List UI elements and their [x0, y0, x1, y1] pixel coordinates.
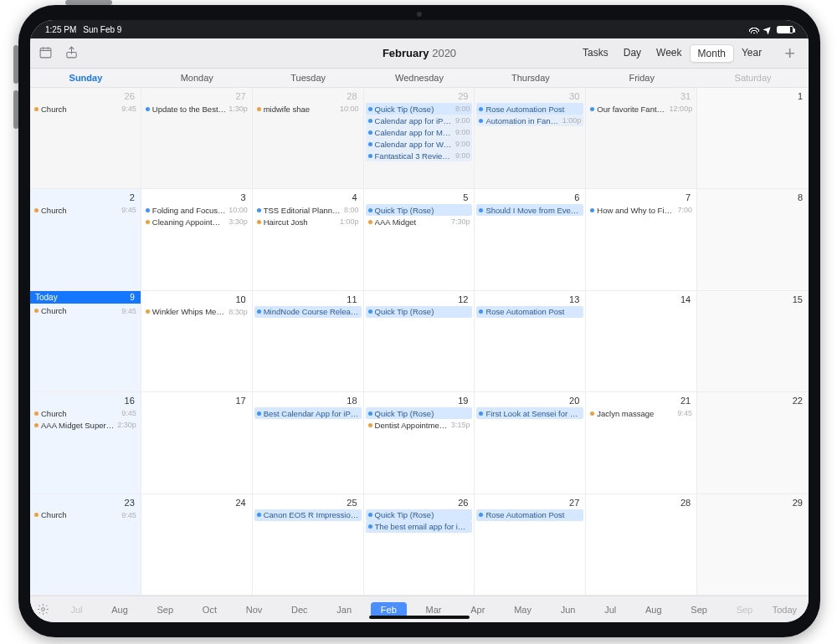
day-cell[interactable]: 28midwife shae10:00 — [253, 88, 364, 189]
event-item[interactable]: Rose Automation Post — [476, 509, 583, 521]
event-item[interactable]: Quick Tip (Rose) — [366, 306, 473, 318]
event-item[interactable]: Cleaning Appointment (Jos3:30p — [143, 216, 250, 227]
event-item[interactable]: First Look at Sensei for Mac (Mari — [476, 407, 583, 419]
home-indicator[interactable] — [369, 616, 470, 619]
event-item[interactable]: Quick Tip (Rose) — [366, 509, 473, 521]
scrub-month-aug[interactable]: Aug — [635, 602, 672, 617]
event-item[interactable]: Church9:45 — [32, 509, 139, 521]
today-button[interactable]: Today — [768, 605, 802, 615]
event-item[interactable]: Quick Tip (Rose) — [366, 204, 473, 216]
day-cell[interactable]: 26Quick Tip (Rose)The best email app for… — [364, 494, 475, 595]
day-cell[interactable]: 20First Look at Sensei for Mac (Mari — [475, 392, 586, 493]
event-item[interactable]: Rose Automation Post — [476, 306, 583, 318]
event-item[interactable]: Church9:45 — [32, 204, 139, 216]
event-item[interactable]: Church9:45 — [32, 407, 139, 419]
add-event-button[interactable]: + — [779, 43, 800, 64]
day-cell[interactable]: 31Our favorite Fantastical 312:00p — [586, 88, 697, 189]
scrub-month-sep[interactable]: Sep — [680, 602, 717, 617]
day-cell[interactable]: 28 — [586, 494, 697, 595]
day-cell[interactable]: 29Quick Tip (Rose)8:00Calendar app for i… — [364, 88, 475, 189]
day-cell[interactable]: Today9Church9:45 — [30, 291, 141, 392]
day-cell[interactable]: 18Best Calendar App for iPad (Josh) — [253, 392, 364, 493]
day-cell[interactable]: 27Rose Automation Post — [475, 494, 586, 595]
day-cell[interactable]: 13Rose Automation Post — [475, 291, 586, 392]
event-item[interactable]: Church9:45 — [32, 103, 139, 115]
day-cell[interactable]: 11MindNode Course Release — [253, 291, 364, 392]
event-item[interactable]: How and Why to Find the Ti7:00 — [588, 204, 695, 216]
view-week[interactable]: Week — [649, 44, 689, 63]
day-cell[interactable]: 23Church9:45 — [30, 494, 141, 595]
event-item[interactable]: midwife shae10:00 — [254, 103, 362, 115]
day-cell[interactable]: 29 — [697, 494, 809, 595]
scrub-month-jul[interactable]: Jul — [594, 602, 626, 617]
day-cell[interactable]: 3Folding and Focus Mode (10:00Cleaning A… — [141, 189, 253, 290]
scrub-month-mar[interactable]: Mar — [416, 602, 452, 617]
event-title: Quick Tip (Rose) — [375, 510, 470, 519]
day-cell[interactable]: 14 — [586, 291, 697, 392]
view-day[interactable]: Day — [616, 44, 649, 63]
day-cell[interactable]: 26Church9:45 — [30, 88, 141, 189]
event-item[interactable]: Should I Move from Evernote to N — [476, 204, 583, 216]
day-cell[interactable]: 24 — [141, 494, 253, 595]
scrub-month-jun[interactable]: Jun — [551, 602, 586, 617]
scrub-month-nov[interactable]: Nov — [236, 602, 273, 617]
event-item[interactable]: The best email app for iPhone (Mi — [366, 521, 473, 533]
scrub-month-apr[interactable]: Apr — [460, 602, 495, 617]
day-cell[interactable]: 10Winkler Whips Meeting8:30p — [141, 291, 253, 392]
settings-icon[interactable] — [37, 603, 49, 616]
day-cell[interactable]: 16Church9:45AAA Midget Supervision?2:30p — [30, 392, 141, 493]
day-cell[interactable]: 17 — [141, 392, 253, 493]
share-icon[interactable] — [64, 45, 79, 62]
event-item[interactable]: AAA Midget7:30p — [366, 216, 473, 227]
event-item[interactable]: TSS Editorial Planning Call8:00 — [254, 204, 362, 216]
scrub-month-feb[interactable]: Feb — [371, 602, 407, 617]
event-item[interactable]: AAA Midget Supervision?2:30p — [32, 419, 139, 431]
event-item[interactable]: Best Calendar App for iPad (Josh) — [254, 407, 362, 419]
day-cell[interactable]: 6Should I Move from Evernote to N — [475, 189, 586, 290]
event-item[interactable]: Canon EOS R Impressions (Josh) — [254, 509, 362, 521]
event-item[interactable]: Rose Automation Post — [476, 103, 583, 115]
day-cell[interactable]: 25Canon EOS R Impressions (Josh) — [253, 494, 364, 595]
event-item[interactable]: Folding and Focus Mode (10:00 — [143, 204, 250, 216]
event-item[interactable]: Calendar app for Mac updat9:00 — [366, 126, 473, 138]
event-item[interactable]: Calendar app for Watch Upd9:00 — [366, 138, 473, 150]
scrub-month-oct[interactable]: Oct — [193, 602, 227, 617]
day-cell[interactable]: 27Update to the Best Mind M1:30p — [141, 88, 253, 189]
scrub-month-dec[interactable]: Dec — [281, 602, 318, 617]
day-cell[interactable]: 15 — [697, 291, 809, 392]
day-cell[interactable]: 22 — [697, 392, 809, 493]
event-item[interactable]: Winkler Whips Meeting8:30p — [143, 306, 250, 318]
event-item[interactable]: MindNode Course Release — [254, 306, 362, 318]
scrub-month-may[interactable]: May — [504, 602, 542, 617]
scrub-month-jul[interactable]: Jul — [60, 602, 92, 617]
event-item[interactable]: Quick Tip (Rose) — [366, 407, 473, 419]
scrub-month-aug[interactable]: Aug — [101, 602, 138, 617]
day-cell[interactable]: 7How and Why to Find the Ti7:00 — [586, 189, 697, 290]
view-year[interactable]: Year — [734, 44, 769, 63]
day-cell[interactable]: 19Quick Tip (Rose)Dentist Appointment Jo… — [364, 392, 475, 493]
event-item[interactable]: Fantastical 3 Review (Rose/9:00 — [366, 150, 473, 161]
day-cell[interactable]: 30Rose Automation PostAutomation in Fant… — [475, 88, 586, 189]
day-cell[interactable]: 12Quick Tip (Rose) — [364, 291, 475, 392]
event-item[interactable]: Automation in Fantastical 31:00p — [476, 115, 583, 126]
day-cell[interactable]: 21Jaclyn massage9:45 — [586, 392, 697, 493]
day-cell[interactable]: 8 — [697, 189, 809, 290]
day-cell[interactable]: 5Quick Tip (Rose)AAA Midget7:30p — [364, 189, 475, 290]
day-cell[interactable]: 1 — [697, 88, 809, 189]
scrub-month-sep[interactable]: Sep — [147, 602, 184, 617]
event-item[interactable]: Quick Tip (Rose)8:00 — [366, 103, 473, 115]
scrub-month-sep[interactable]: Sep — [727, 602, 763, 617]
day-cell[interactable]: 4TSS Editorial Planning Call8:00Haircut … — [253, 189, 364, 290]
event-item[interactable]: Update to the Best Mind M1:30p — [143, 103, 250, 115]
view-month[interactable]: Month — [690, 44, 734, 63]
view-tasks[interactable]: Tasks — [575, 44, 616, 63]
event-item[interactable]: Jaclyn massage9:45 — [588, 407, 695, 419]
calendar-icon[interactable] — [39, 45, 53, 62]
scrub-month-jan[interactable]: Jan — [326, 602, 362, 617]
event-item[interactable]: Our favorite Fantastical 312:00p — [588, 103, 695, 115]
day-cell[interactable]: 2Church9:45 — [30, 189, 141, 290]
event-item[interactable]: Church9:45 — [32, 305, 139, 317]
event-item[interactable]: Dentist Appointment Josh3:15p — [366, 419, 473, 431]
event-item[interactable]: Calendar app for iPhone Up9:00 — [366, 115, 473, 126]
event-item[interactable]: Haircut Josh1:00p — [254, 216, 362, 227]
